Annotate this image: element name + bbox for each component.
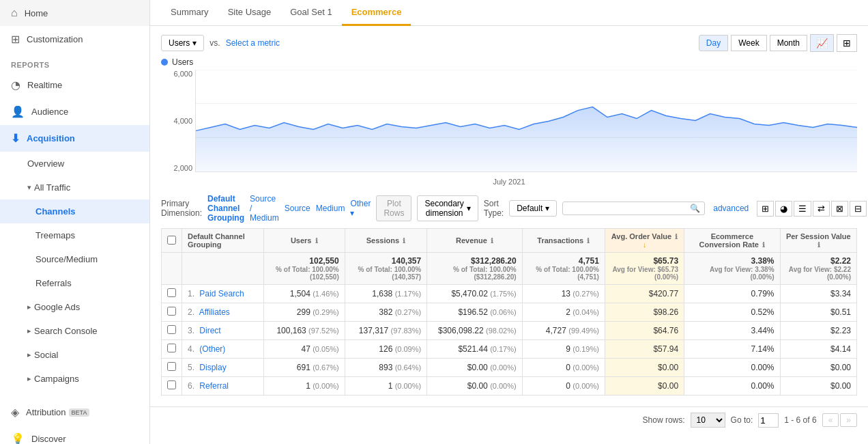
row-checkbox[interactable]	[167, 344, 176, 352]
sort-arrow: ↓	[643, 240, 647, 249]
week-btn[interactable]: Week	[731, 35, 766, 51]
sidebar-item-discover[interactable]: 💡 Discover	[0, 426, 149, 444]
discover-icon: 💡	[11, 432, 25, 444]
y-axis: 6,000 4,000 2,000	[161, 70, 195, 172]
table-row: 4. (Other) 47 (0.05%) 126 (0.09%) $521.4…	[162, 340, 857, 359]
sidebar-item-realtime[interactable]: ◔ Realtime	[0, 72, 149, 98]
row-avg-order: $98.26	[605, 303, 684, 322]
channel-link[interactable]: Affiliates	[199, 307, 230, 317]
go-to-input[interactable]	[758, 413, 779, 428]
day-btn[interactable]: Day	[699, 35, 728, 51]
sidebar-item-search-console[interactable]: ▸ Search Console	[0, 319, 149, 343]
sidebar-item-customization[interactable]: ⊞ Customization	[0, 26, 149, 53]
line-chart-btn[interactable]: 📈	[810, 34, 834, 52]
table-custom-btn[interactable]: ⊟	[850, 201, 867, 217]
legend-dot-users	[161, 59, 168, 66]
row-sessions: 893 (0.64%)	[345, 359, 426, 377]
sidebar-item-home[interactable]: ⌂ Home	[0, 0, 149, 26]
th-per-session[interactable]: Per Session Value ℹ	[780, 229, 856, 253]
sidebar-item-source-medium[interactable]: Source/Medium	[0, 247, 149, 271]
bar-chart-btn[interactable]: ⊞	[837, 34, 857, 52]
dim-default-link[interactable]: Default Channel Grouping	[207, 194, 244, 223]
prev-page-btn[interactable]: «	[822, 413, 839, 427]
row-channel: 2. Affiliates	[182, 303, 264, 322]
month-btn[interactable]: Month	[770, 35, 807, 51]
th-users[interactable]: Users ℹ	[263, 229, 345, 253]
row-ecom-rate: 7.14%	[684, 340, 780, 359]
sidebar-item-attribution[interactable]: ◈ Attribution BETA	[0, 399, 149, 426]
th-revenue[interactable]: Revenue ℹ	[427, 229, 523, 253]
sidebar-item-google-ads[interactable]: ▸ Google Ads	[0, 295, 149, 319]
channel-link[interactable]: Referral	[199, 381, 229, 391]
search-input[interactable]	[567, 204, 690, 213]
dim-source-link[interactable]: Source	[285, 204, 310, 213]
acquisition-icon: ⬇	[11, 132, 20, 145]
dim-other-link[interactable]: Other ▾	[350, 199, 371, 218]
sidebar-item-campaigns[interactable]: ▸ Campaigns	[0, 367, 149, 391]
row-checkbox-cell	[162, 377, 182, 396]
row-avg-order: $57.94	[605, 340, 684, 359]
sidebar-item-all-traffic[interactable]: ▾ All Traffic	[0, 176, 149, 199]
table-list-btn[interactable]: ☰	[794, 201, 811, 217]
totals-channel-cell	[182, 253, 264, 285]
rows-per-page-select[interactable]: 102550100	[691, 413, 725, 428]
sidebar-item-audience[interactable]: 👤 Audience	[0, 98, 149, 125]
table-compare-btn[interactable]: ⇄	[813, 201, 830, 217]
sidebar-item-acquisition[interactable]: ⬇ Acquisition	[0, 125, 149, 152]
table-pivot-btn[interactable]: ⊠	[831, 201, 848, 217]
home-icon: ⌂	[11, 7, 18, 19]
tab-site-usage[interactable]: Site Usage	[218, 0, 281, 26]
page-info: 1 - 6 of 6	[784, 415, 816, 425]
audience-icon: 👤	[11, 105, 25, 118]
dim-source-medium-link[interactable]: Source / Medium	[250, 194, 279, 223]
table-area: Primary Dimension: Default Channel Group…	[150, 191, 868, 406]
channel-link[interactable]: Direct	[199, 326, 220, 335]
row-checkbox[interactable]	[167, 380, 176, 389]
row-ecom-rate: 0.00%	[684, 359, 780, 377]
expand-icon2: ▸	[27, 327, 31, 335]
th-ecom-rate[interactable]: Ecommerce Conversion Rate ℹ	[684, 229, 780, 253]
tab-goal-set-1[interactable]: Goal Set 1	[280, 0, 341, 26]
table-pie-btn[interactable]: ◕	[775, 201, 792, 217]
select-all-checkbox[interactable]	[167, 236, 176, 245]
next-page-btn[interactable]: »	[840, 413, 857, 427]
totals-transactions: 4,751 % of Total: 100.00% (4,751)	[522, 253, 605, 285]
channel-link[interactable]: Display	[199, 363, 226, 372]
row-checkbox[interactable]	[167, 325, 176, 334]
channel-link[interactable]: (Other)	[199, 344, 225, 354]
search-icon[interactable]: 🔍	[690, 204, 700, 213]
plot-rows-btn[interactable]: Plot Rows	[376, 195, 411, 221]
row-revenue: $0.00 (0.00%)	[427, 359, 523, 377]
dim-medium-link[interactable]: Medium	[316, 204, 345, 213]
advanced-link[interactable]: advanced	[713, 204, 749, 213]
th-avg-order[interactable]: Avg. Order Value ℹ ↓	[605, 229, 684, 253]
expand-icon4: ▸	[27, 374, 31, 383]
row-checkbox[interactable]	[167, 307, 176, 316]
expand-icon: ▸	[27, 303, 31, 311]
totals-checkbox-cell	[162, 253, 182, 285]
sidebar-item-treemaps[interactable]: Treemaps	[0, 223, 149, 247]
row-users: 1,504 (1.46%)	[263, 285, 345, 303]
sidebar-item-channels[interactable]: Channels	[0, 199, 149, 223]
secondary-dim-btn[interactable]: Secondary dimension ▾	[417, 195, 478, 221]
table-grid-btn[interactable]: ⊞	[757, 201, 774, 217]
row-checkbox[interactable]	[167, 362, 176, 371]
channel-link[interactable]: Paid Search	[199, 289, 244, 299]
pagination: Show rows: 102550100 Go to: 1 - 6 of 6 «…	[150, 406, 868, 433]
metric-button[interactable]: Users ▾	[161, 35, 204, 51]
th-transactions[interactable]: Transactions ℹ	[522, 229, 605, 253]
table-controls: Primary Dimension: Default Channel Group…	[161, 194, 857, 223]
row-checkbox[interactable]	[167, 288, 176, 297]
sort-type-btn[interactable]: Default ▾	[509, 200, 557, 217]
row-revenue: $521.44 (0.17%)	[427, 340, 523, 359]
tab-summary[interactable]: Summary	[161, 0, 218, 26]
select-metric-link[interactable]: Select a metric	[226, 38, 280, 48]
sidebar-item-referrals[interactable]: Referrals	[0, 271, 149, 295]
tab-ecommerce[interactable]: Ecommerce	[342, 0, 411, 26]
th-sessions[interactable]: Sessions ℹ	[345, 229, 426, 253]
sidebar-item-overview[interactable]: Overview	[0, 152, 149, 176]
collapse-icon: ▾	[27, 183, 31, 192]
sidebar-item-social[interactable]: ▸ Social	[0, 343, 149, 367]
beta-badge: BETA	[69, 408, 90, 417]
row-ecom-rate: 0.00%	[684, 377, 780, 396]
